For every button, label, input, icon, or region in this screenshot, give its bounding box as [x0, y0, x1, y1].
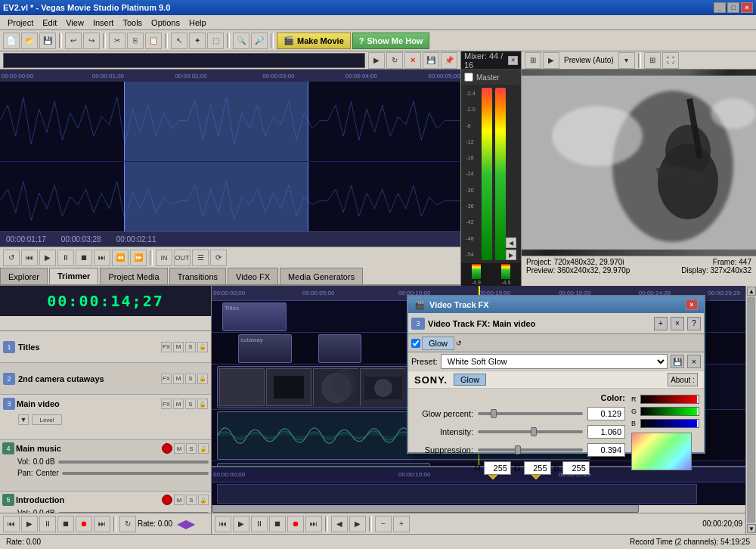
trimmer-prev-btn[interactable]: ⏮ — [21, 250, 38, 266]
trimmer-file-input[interactable]: Classical 18 Bass, Cello & Viola 02.wav … — [3, 53, 365, 68]
trimmer-next-btn[interactable]: ⏭ — [94, 250, 110, 266]
trimmer-refresh-btn[interactable]: ↺ — [3, 250, 20, 266]
paste-button[interactable]: 📋 — [145, 33, 162, 49]
new-button[interactable]: 📄 — [3, 33, 20, 49]
trimmer-stop-btn[interactable]: ⏹ — [76, 250, 92, 266]
normal-edit-tool[interactable]: ↖ — [171, 33, 187, 49]
preview-full-btn[interactable]: ⛶ — [662, 52, 679, 69]
envelope-tool[interactable]: ✦ — [189, 33, 206, 49]
mixer-btn1[interactable]: ◀ — [506, 237, 516, 248]
tl-prev-frame[interactable]: ◀ — [331, 516, 348, 532]
track3-lock-btn[interactable]: 🔒 — [197, 399, 208, 409]
trimmer-mark-btn[interactable]: ☰ — [192, 250, 209, 266]
glow-percent-slider[interactable] — [478, 412, 583, 415]
track5-mute-btn[interactable]: M — [174, 495, 184, 505]
transport-stop-btn[interactable]: ⏹ — [57, 516, 74, 532]
trimmer-pause-btn[interactable]: ⏸ — [57, 250, 74, 266]
intensity-value[interactable]: 1.060 — [587, 425, 625, 439]
intensity-thumb[interactable] — [531, 427, 537, 436]
tl-pause-btn[interactable]: ⏸ — [251, 516, 268, 532]
tab-project-media[interactable]: Project Media — [100, 268, 167, 284]
trimmer-waveform[interactable]: 00:00:00;00 00:00:01;00 00:00:02;00 00:0… — [0, 70, 460, 231]
track3-mute-btn[interactable]: M — [173, 399, 184, 409]
preset-save-btn[interactable]: 💾 — [671, 355, 684, 368]
show-me-button[interactable]: ? Show Me How — [352, 33, 430, 49]
transport-record-btn[interactable]: ⏺ — [76, 516, 92, 532]
g-value[interactable]: 255 — [524, 461, 551, 475]
tl-play-btn[interactable]: ▶ — [233, 516, 249, 532]
waveform-row-bottom[interactable] — [0, 161, 460, 231]
preset-del-btn[interactable]: × — [687, 355, 701, 368]
track5-solo-btn[interactable]: S — [186, 495, 197, 505]
b-value[interactable]: 255 — [562, 461, 590, 475]
transport-play-btn[interactable]: ▶ — [21, 516, 38, 532]
about-button[interactable]: About : — [668, 373, 698, 386]
suppression-thumb[interactable] — [515, 445, 521, 454]
menu-options[interactable]: Options — [147, 15, 184, 29]
r-bar[interactable] — [640, 395, 699, 404]
redo-button[interactable]: ↪ — [83, 33, 100, 49]
transport-loop-btn[interactable]: ↻ — [119, 516, 136, 532]
menu-project[interactable]: Project — [3, 15, 38, 29]
track4-record-btn[interactable] — [162, 443, 172, 454]
fx-nav-help-btn[interactable]: ? — [687, 317, 701, 330]
scroll-up-btn[interactable]: ▲ — [747, 287, 756, 296]
trimmer-out-btn[interactable]: OUT — [174, 250, 191, 266]
mixer-master-checkbox[interactable] — [464, 73, 473, 82]
glow-clip[interactable] — [217, 484, 697, 504]
trimmer-in-btn[interactable]: IN — [156, 250, 172, 266]
maximize-button[interactable]: □ — [727, 2, 739, 13]
track4-solo-btn[interactable]: S — [186, 443, 197, 454]
tab-trimmer[interactable]: Trimmer — [49, 268, 98, 284]
track3-expand-btn[interactable]: ▼ — [18, 414, 29, 425]
mixer-fader-left[interactable] — [482, 88, 492, 260]
scroll-thumb[interactable] — [747, 296, 755, 523]
save-button[interactable]: 💾 — [39, 33, 56, 49]
tl-back-btn[interactable]: ⏮ — [215, 516, 231, 532]
trimmer-snap-btn[interactable]: 📌 — [441, 52, 457, 69]
video-clip-2a[interactable]: cutaway — [238, 334, 292, 363]
r-value[interactable]: 255 — [484, 461, 511, 475]
color-gradient-picker[interactable] — [631, 433, 692, 470]
trimmer-save-btn[interactable]: 💾 — [423, 52, 439, 69]
track3-fx-btn[interactable]: FX — [161, 399, 172, 409]
copy-button[interactable]: ⎘ — [127, 33, 144, 49]
track1-fx-btn[interactable]: FX — [161, 342, 172, 352]
tl-zoom-out[interactable]: − — [375, 516, 392, 532]
cut-button[interactable]: ✂ — [109, 33, 125, 49]
menu-tools[interactable]: Tools — [118, 15, 147, 29]
preview-snap-btn[interactable]: ⊞ — [644, 52, 661, 69]
transport-pause-btn[interactable]: ⏸ — [39, 516, 56, 532]
close-button[interactable]: × — [741, 2, 753, 13]
track4-mute-btn[interactable]: M — [174, 443, 184, 454]
track5-lock-btn[interactable]: 🔒 — [198, 495, 209, 505]
track1-mute-btn[interactable]: M — [173, 342, 184, 352]
tab-explorer[interactable]: Explorer — [0, 268, 48, 284]
trimmer-fwd-btn[interactable]: ⏩ — [130, 250, 147, 266]
tl-fwd-btn[interactable]: ⏭ — [305, 516, 322, 532]
preview-btn2[interactable]: ▶ — [543, 52, 559, 69]
trimmer-loop-btn[interactable]: ↻ — [386, 52, 403, 69]
scrollbar-thumb[interactable] — [212, 504, 639, 513]
preview-dropdown-btn[interactable]: ▾ — [618, 52, 635, 69]
zoom-in-button[interactable]: 🔍 — [233, 33, 249, 49]
mixer-fader-right[interactable] — [495, 88, 506, 260]
menu-edit[interactable]: Edit — [38, 15, 61, 29]
suppression-value[interactable]: 0.394 — [587, 443, 625, 457]
glow-percent-value[interactable]: 0.129 — [587, 407, 625, 420]
menu-view[interactable]: View — [61, 15, 88, 29]
scroll-down-btn[interactable]: ▼ — [747, 524, 756, 533]
track3-solo-btn[interactable]: S — [185, 399, 196, 409]
preview-btn1[interactable]: ⊞ — [525, 52, 541, 69]
b-bar[interactable] — [640, 419, 699, 428]
open-button[interactable]: 📂 — [21, 33, 38, 49]
fx-nav-add-btn[interactable]: + — [654, 317, 668, 330]
track5-record-btn[interactable] — [162, 495, 172, 505]
waveform-row-top[interactable] — [0, 82, 460, 161]
suppression-slider[interactable] — [478, 448, 583, 451]
trimmer-play2-btn[interactable]: ▶ — [39, 250, 56, 266]
trimmer-back-btn[interactable]: ⏪ — [112, 250, 129, 266]
trimmer-play-btn[interactable]: ▶ — [368, 52, 385, 69]
transport-back-btn[interactable]: ⏮ — [3, 516, 20, 532]
track4-lock-btn[interactable]: 🔒 — [198, 443, 209, 454]
